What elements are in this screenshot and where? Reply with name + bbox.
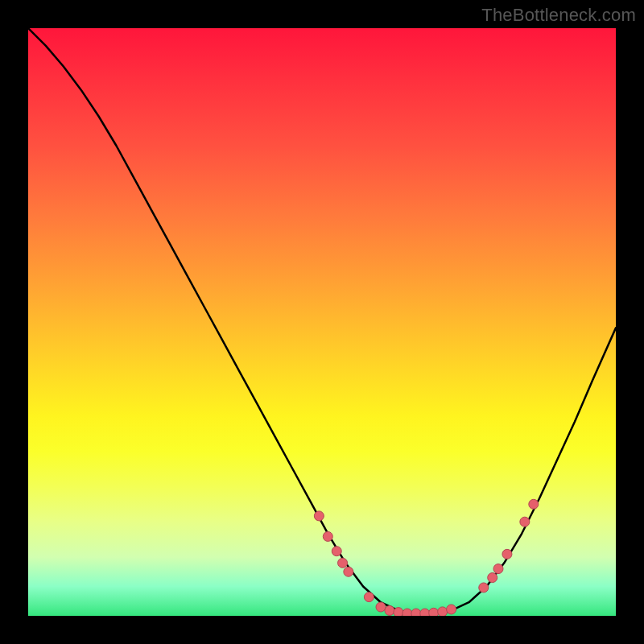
data-marker [376,602,386,612]
data-marker [364,592,374,602]
chart-frame: TheBottleneck.com [0,0,644,644]
data-marker [493,564,503,574]
data-marker [420,609,430,616]
data-marker [338,558,348,568]
data-marker [502,549,512,559]
data-marker [385,605,394,615]
bottleneck-curve [28,28,616,616]
data-marker [323,531,332,541]
data-marker [344,567,353,576]
data-marker [429,608,439,616]
data-marker [314,511,324,521]
data-marker [479,583,489,592]
plot-area [28,28,616,616]
data-marker [447,605,456,614]
data-marker [332,547,341,556]
data-marker [394,608,403,616]
data-marker [488,573,497,583]
data-marker [411,609,421,616]
data-marker [529,499,539,509]
data-marker [520,517,530,526]
data-marker [402,609,412,616]
data-marker [438,607,448,616]
watermark-text: TheBottleneck.com [481,5,636,26]
